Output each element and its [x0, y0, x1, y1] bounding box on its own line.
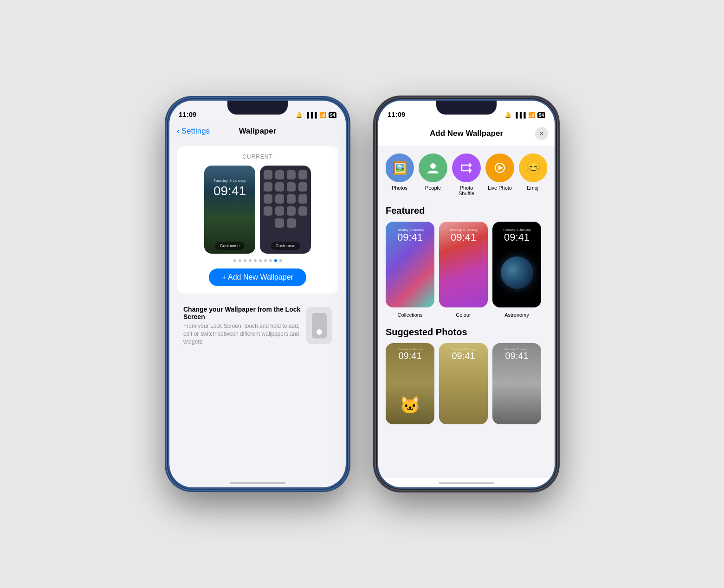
featured-colour-card[interactable]: Tuesday, 9 January 09:41 [439, 222, 488, 307]
suggested-street-card[interactable]: Tuesday, 9 January 09:41 [439, 343, 488, 424]
lock-screen-preview[interactable]: Tuesday, 9 January 09:41 Customise [204, 166, 255, 254]
dot-2 [239, 259, 241, 262]
status-icons-right: 🔔 ▐▐▐ 📶 94 [504, 112, 545, 118]
close-icon: ✕ [539, 130, 544, 137]
category-live-photo[interactable]: Live Photo [486, 153, 514, 196]
home-app-icon [287, 206, 296, 216]
home-screen-preview[interactable]: Customise [260, 166, 311, 254]
home-app-icon [264, 170, 272, 179]
category-photos[interactable]: 🖼️ Photos [386, 153, 414, 196]
home-app-icon [287, 170, 296, 179]
home-app-icon [287, 182, 296, 192]
featured-row: Tuesday, 9 January 09:41 Collections Tue… [386, 222, 547, 318]
photo-shuffle-label: Photo Shuffle [452, 185, 480, 196]
preview-clock-lock: 09:41 [204, 184, 255, 198]
home-app-icon [264, 206, 272, 216]
featured-astronomy-card[interactable]: Tuesday, 9 January 09:41 [492, 222, 541, 307]
home-app-icon [298, 206, 307, 216]
category-photo-shuffle[interactable]: Photo Shuffle [452, 153, 480, 196]
category-people[interactable]: People [419, 153, 447, 196]
home-app-icon [298, 182, 307, 192]
status-time-left: 11:09 [179, 110, 196, 118]
modal-header: Add New Wallpaper ✕ [378, 121, 555, 146]
photo-shuffle-icon [452, 153, 481, 182]
home-app-icon [275, 170, 284, 179]
right-phone: 11:09 🔔 ▐▐▐ 📶 94 Add New Wallpaper ✕ [376, 98, 557, 490]
suggested-time-cat: Tuesday, 9 January 09:41 [386, 348, 434, 361]
featured-date-collections: Tuesday, 9 January [386, 228, 434, 231]
modal-title: Add New Wallpaper [430, 129, 503, 138]
suggested-time-street: Tuesday, 9 January 09:41 [439, 348, 488, 361]
dot-1 [233, 259, 236, 262]
info-card: Change your Wallpaper from the Lock Scre… [177, 299, 338, 352]
emoji-label: Emoji [527, 185, 540, 191]
suggested-time-winter: Tuesday, 9 January 09:41 [492, 348, 541, 361]
photos-icon: 🖼️ [386, 153, 414, 182]
live-photo-icon [485, 153, 514, 182]
status-time-right: 11:09 [388, 110, 405, 118]
bell-icon-left: 🔔 [296, 112, 303, 118]
modal-content: 🖼️ Photos People [378, 146, 555, 478]
suggested-row: Tuesday, 9 January 09:41 🐱 Tuesday, 9 Ja… [386, 343, 547, 424]
home-app-icon [264, 194, 272, 204]
nav-title-left: Wallpaper [239, 127, 277, 136]
home-row-5 [264, 218, 307, 228]
colour-label: Colour [456, 312, 471, 318]
suggested-winter-card[interactable]: Tuesday, 9 January 09:41 [492, 343, 541, 424]
signal-icon-left: ▐▐▐ [305, 112, 317, 118]
featured-clock-collections: 09:41 [386, 231, 434, 243]
photos-label: Photos [392, 185, 407, 191]
home-app-icon [275, 206, 284, 216]
nav-bar-left: ‹ Settings Wallpaper [169, 121, 346, 141]
home-app-icon [275, 194, 284, 204]
live-photo-label: Live Photo [488, 185, 512, 191]
featured-collections-card[interactable]: Tuesday, 9 January 09:41 [386, 222, 434, 307]
featured-section-title: Featured [386, 205, 547, 216]
svg-marker-2 [498, 166, 503, 170]
home-bar-left [230, 482, 285, 484]
wifi-icon-right: 📶 [528, 112, 535, 118]
home-app-icon [275, 218, 284, 228]
featured-clock-astronomy: 09:41 [492, 231, 541, 243]
battery-left: 94 [329, 112, 336, 118]
suggested-cat-card[interactable]: Tuesday, 9 January 09:41 🐱 [386, 343, 434, 424]
collections-label: Collections [398, 312, 423, 318]
dot-8 [269, 259, 272, 262]
astronomy-label: Astronomy [504, 312, 529, 318]
dot-4 [249, 259, 252, 262]
scene: 11:09 🔔 ▐▐▐ 📶 94 ‹ Settings Wallpaper CU… [0, 0, 724, 588]
wifi-icon-left: 📶 [319, 112, 326, 118]
home-row-4 [264, 206, 307, 216]
customise-lock-button[interactable]: Customise [215, 242, 245, 250]
add-wallpaper-button[interactable]: + Add New Wallpaper [209, 268, 306, 286]
category-row: 🖼️ Photos People [386, 153, 547, 196]
back-label[interactable]: Settings [181, 127, 210, 136]
modal-close-button[interactable]: ✕ [535, 127, 548, 140]
dot-5 [254, 259, 257, 262]
featured-astronomy-item[interactable]: Tuesday, 9 January 09:41 Astronomy [492, 222, 541, 318]
featured-colour-item[interactable]: Tuesday, 9 January 09:41 Colour [439, 222, 488, 318]
battery-right: 94 [537, 112, 545, 118]
suggested-clock-cat: 09:41 [386, 351, 434, 361]
dot-7 [264, 259, 267, 262]
home-indicator-right [378, 478, 555, 487]
notch-right [436, 101, 497, 115]
featured-collections-item[interactable]: Tuesday, 9 January 09:41 Collections [386, 222, 434, 318]
wallpaper-card: CURRENT Tuesday, 9 January 09:41 Customi… [177, 146, 338, 294]
preview-date-lock: Tuesday, 9 January [204, 179, 255, 183]
chevron-left-icon: ‹ [177, 127, 180, 136]
info-thumbnail [306, 307, 332, 344]
featured-time-colour: Tuesday, 9 January 09:41 [439, 228, 488, 243]
page-dots [184, 259, 331, 262]
info-description: From your Lock Screen, touch and hold to… [183, 322, 301, 345]
wallpaper-content: CURRENT Tuesday, 9 January 09:41 Customi… [169, 141, 346, 478]
customise-home-button[interactable]: Customise [271, 242, 300, 250]
back-button[interactable]: ‹ Settings [177, 127, 210, 136]
info-thumb-inner [312, 313, 327, 339]
home-app-icon [264, 182, 272, 192]
people-icon [419, 153, 447, 182]
home-app-grid [260, 166, 311, 232]
info-text: Change your Wallpaper from the Lock Scre… [183, 306, 301, 345]
category-emoji[interactable]: 😊 Emoji [519, 153, 547, 196]
home-row-1 [264, 170, 307, 179]
